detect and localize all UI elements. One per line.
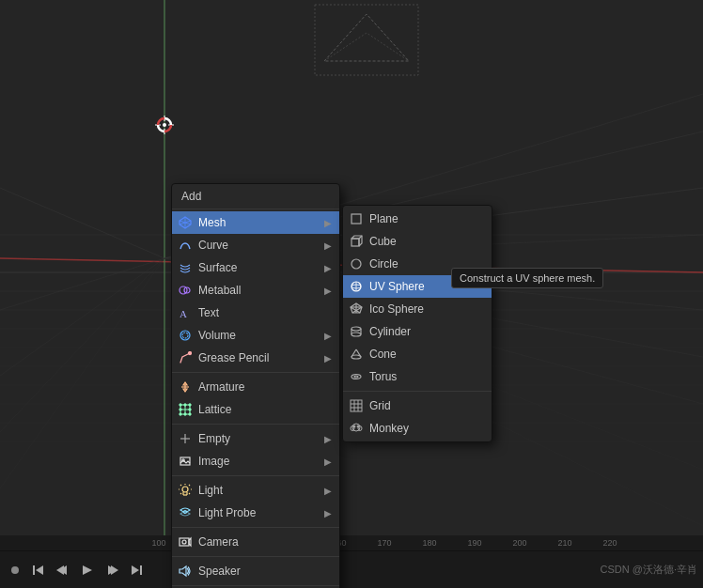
svg-rect-113	[180, 538, 189, 546]
tooltip-text: Construct a UV sphere mesh.	[460, 272, 595, 284]
image-arrow: ▶	[324, 456, 332, 467]
submenu-cylinder[interactable]: Cylinder	[343, 320, 492, 343]
submenu-plane[interactable]: Plane	[343, 208, 492, 230]
menu-item-camera[interactable]: Camera	[172, 531, 339, 553]
svg-line-103	[189, 485, 190, 486]
light-probe-label: Light Probe	[198, 506, 256, 519]
sep6	[172, 585, 339, 586]
metaball-arrow: ▶	[324, 286, 332, 296]
menu-item-mesh[interactable]: Mesh ▶	[172, 211, 339, 234]
dot-icon	[9, 565, 21, 576]
submenu-cube[interactable]: Cube	[343, 230, 492, 253]
jump-end-button[interactable]	[126, 562, 147, 579]
light-probe-arrow: ▶	[324, 508, 332, 518]
play-button[interactable]	[77, 562, 98, 579]
svg-marker-114	[189, 538, 191, 546]
svg-point-74	[353, 426, 355, 427]
torus-icon	[349, 369, 364, 384]
svg-rect-44	[352, 239, 359, 246]
ruler-210: 210	[542, 538, 587, 548]
image-label: Image	[198, 455, 229, 468]
circle-icon	[349, 256, 364, 271]
uvsphere-label: UV Sphere	[369, 280, 425, 293]
menu-item-armature[interactable]: Armature	[172, 376, 339, 398]
menu-item-curve[interactable]: Curve ▶	[172, 234, 339, 256]
curve-arrow: ▶	[324, 240, 332, 251]
submenu-sep1	[343, 391, 492, 392]
svg-line-105	[189, 493, 190, 494]
speaker-icon	[178, 564, 193, 579]
menu-item-speaker[interactable]: Speaker	[172, 560, 339, 582]
menu-item-lattice[interactable]: Lattice	[172, 398, 339, 421]
monkey-icon	[349, 421, 364, 436]
menu-item-light[interactable]: Light ▶	[172, 479, 339, 502]
grease-pencil-label: Grease Pencil	[198, 351, 269, 364]
menu-item-empty[interactable]: Empty ▶	[172, 427, 339, 450]
svg-point-95	[180, 409, 181, 410]
next-keyframe-button[interactable]	[102, 562, 122, 579]
svg-point-80	[182, 333, 188, 338]
volume-icon	[178, 328, 193, 343]
menu-item-metaball[interactable]: Metaball ▶	[172, 279, 339, 302]
surface-arrow: ▶	[324, 263, 332, 273]
svg-point-101	[182, 487, 188, 492]
lightprobe-icon	[178, 505, 193, 520]
menu-item-light-probe[interactable]: Light Probe ▶	[172, 502, 339, 524]
monkey-label: Monkey	[369, 422, 409, 435]
circle-label: Circle	[369, 257, 398, 271]
mesh-arrow: ▶	[324, 218, 332, 228]
sep5	[172, 556, 339, 557]
empty-label: Empty	[198, 432, 230, 445]
submenu-grid[interactable]: Grid	[343, 395, 492, 417]
svg-marker-116	[180, 566, 186, 576]
play-icon	[81, 564, 94, 577]
camera-label: Camera	[198, 535, 239, 549]
menu-item-grease-pencil[interactable]: Grease Pencil ▶	[172, 347, 339, 369]
menu-item-surface[interactable]: Surface ▶	[172, 256, 339, 279]
mesh-submenu: Plane Cube Circle	[342, 205, 492, 442]
frame-indicator	[6, 563, 24, 578]
empty-icon	[178, 431, 193, 446]
timeline-ruler: 100 110 120 130 160 170 180 190 200 210 …	[0, 535, 703, 550]
menu-item-volume[interactable]: Volume ▶	[172, 324, 339, 347]
svg-point-94	[184, 413, 186, 415]
submenu-torus[interactable]: Torus	[343, 365, 492, 388]
watermark: CSDN @沃洛德·辛肖	[601, 563, 697, 577]
svg-point-65	[354, 376, 358, 378]
text-icon: A	[178, 305, 193, 320]
sep1	[172, 372, 339, 373]
submenu-icosphere[interactable]: Ico Sphere	[343, 298, 492, 320]
icosphere-icon	[349, 302, 364, 317]
svg-point-115	[182, 540, 186, 544]
submenu-cone[interactable]: Cone	[343, 343, 492, 365]
camera-icon	[178, 534, 193, 549]
light-arrow: ▶	[324, 486, 332, 496]
cone-icon	[349, 347, 364, 362]
prev-keyframe-button[interactable]	[53, 562, 73, 579]
light-icon	[178, 483, 193, 498]
torus-label: Torus	[369, 370, 397, 383]
cube-icon	[349, 234, 364, 249]
add-menu: Add Mesh ▶ Plane	[171, 183, 340, 588]
svg-text:A: A	[180, 308, 187, 319]
icosphere-label: Ico Sphere	[369, 302, 424, 316]
bottom-toolbar: CSDN @沃洛德·辛肖	[0, 550, 703, 588]
ruler-190: 190	[452, 538, 497, 548]
jump-start-button[interactable]	[28, 562, 49, 579]
submenu-monkey[interactable]: Monkey	[343, 417, 492, 440]
svg-rect-66	[351, 400, 362, 411]
menu-item-image[interactable]: Image ▶	[172, 450, 339, 472]
ruler-170: 170	[362, 538, 407, 548]
sep2	[172, 424, 339, 425]
svg-line-108	[180, 493, 181, 494]
svg-point-81	[189, 352, 192, 355]
menu-item-text[interactable]: A Text	[172, 302, 339, 324]
svg-marker-129	[83, 565, 92, 575]
svg-point-58	[352, 333, 361, 336]
grid-icon	[349, 398, 364, 413]
svg-marker-131	[111, 565, 118, 575]
svg-point-91	[180, 413, 181, 415]
prev-keyframe-icon	[56, 564, 70, 577]
greasepencil-icon	[178, 350, 193, 365]
light-label: Light	[198, 484, 223, 497]
